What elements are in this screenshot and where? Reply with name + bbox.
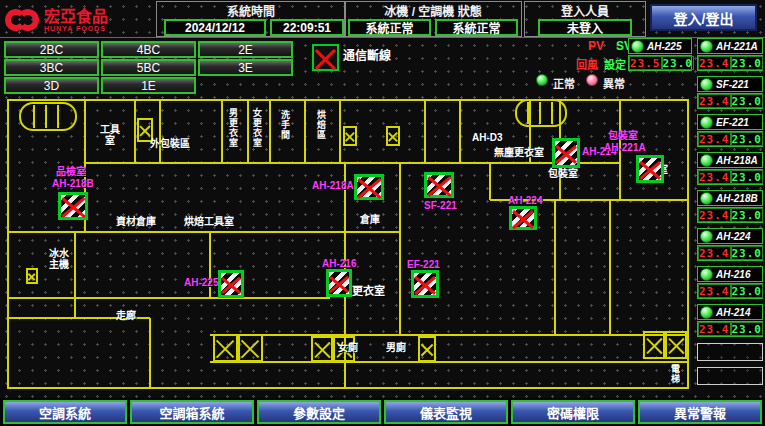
room-label-mens-toilet: 男廁	[386, 342, 406, 353]
stairs-x-mark	[311, 336, 333, 362]
room-label-ah-d3: AH-D3	[472, 132, 503, 143]
map-fault-icon-ah-214[interactable]	[552, 138, 580, 168]
map-fault-icon-ah-221a[interactable]	[636, 155, 664, 183]
room-label-bakery-area: 烘焙區	[316, 110, 326, 140]
map-fault-icon-ah-218a[interactable]	[354, 174, 384, 200]
map-fault-icon-ah-218b[interactable]	[58, 192, 88, 220]
map-fault-icon-ef-221[interactable]	[411, 270, 439, 298]
map-unit-room: 包裝室	[608, 130, 638, 141]
door-x-mark	[386, 126, 400, 146]
stairs-x-mark	[418, 336, 436, 362]
nav-button-abnormal-alarm[interactable]: 異常警報	[638, 400, 762, 424]
nav-button-hvac-system[interactable]: 空調系統	[3, 400, 127, 424]
room-label-warehouse: 倉庫	[360, 214, 380, 225]
hmi-screen: { "header": { "logo_title": "宏亞食品", "log…	[0, 0, 765, 426]
room-label-washroom: 洗手間	[280, 110, 290, 140]
door-x-mark	[343, 126, 357, 146]
map-fault-icon-ah-216[interactable]	[326, 269, 352, 297]
nav-button-parameter-settings[interactable]: 參數設定	[257, 400, 381, 424]
floorplan-walls	[0, 0, 765, 426]
room-label-cleanroom-locker: 無塵更衣室	[494, 147, 544, 158]
stairs-x-mark	[213, 334, 238, 362]
nav-button-password-authority[interactable]: 密碼權限	[511, 400, 635, 424]
stairs-x-mark	[238, 334, 263, 362]
map-unit-label-ah-218a: AH-218A	[312, 180, 354, 191]
room-label-elevator: 電梯	[670, 364, 680, 384]
map-unit-label-ef-221: EF-221	[407, 259, 440, 270]
stairs-x-mark	[665, 331, 687, 359]
map-unit-room: 品檢室	[56, 166, 86, 177]
map-unit-label-ah-224: AH-224	[508, 195, 542, 206]
room-label-womens-toilet: 女廁	[338, 342, 358, 353]
room-label-corridor: 走廊	[116, 310, 136, 321]
room-label-material-warehouse: 資材倉庫	[116, 216, 156, 227]
room-label-outer-packing: 外包裝區	[150, 138, 190, 149]
nav-button-meter-monitoring[interactable]: 儀表監視	[384, 400, 508, 424]
map-fault-icon-ah-224[interactable]	[509, 206, 537, 230]
stairs-x-mark	[643, 331, 665, 359]
room-label-womens-locker: 女更衣室	[252, 108, 262, 148]
map-unit-label-ah-218b: AH-218B	[52, 178, 94, 189]
map-unit-label-sf-221: SF-221	[424, 200, 457, 211]
map-fault-icon-ah-225[interactable]	[218, 270, 244, 298]
room-label-tool-room: 工具室	[96, 124, 124, 146]
map-unit-label-ah-216: AH-216	[322, 258, 356, 269]
room-label-packing: 包裝室	[548, 168, 578, 179]
map-unit-label-ah-225: AH-225	[184, 277, 218, 288]
room-label-chiller-plant: 冰水主機	[46, 248, 72, 270]
room-label-locker-center: 更衣室	[352, 286, 385, 297]
map-unit-label-ah-221a: AH-221A	[604, 142, 646, 153]
room-label-bakery-tool-room: 烘焙工具室	[184, 216, 234, 227]
footer-bar: 空調系統 空調箱系統 參數設定 儀表監視 密碼權限 異常警報	[0, 398, 765, 426]
room-label-mens-locker: 男更衣室	[228, 108, 238, 148]
nav-button-ahu-system[interactable]: 空調箱系統	[130, 400, 254, 424]
door-x-mark	[26, 268, 38, 284]
map-fault-icon-sf-221[interactable]	[424, 172, 454, 198]
